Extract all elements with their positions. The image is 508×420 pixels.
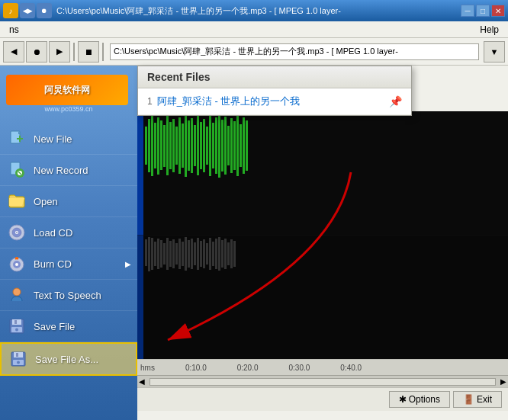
svg-rect-59 <box>233 121 236 170</box>
svg-rect-79 <box>185 237 187 271</box>
svg-rect-37 <box>166 116 169 175</box>
burn-cd-icon <box>6 253 27 274</box>
timeline-mark-2: 0:20.0 <box>237 364 259 372</box>
svg-rect-38 <box>169 122 172 169</box>
scroll-left-arrow[interactable]: ◀ <box>137 377 146 386</box>
toolbar-icon-1: ◀▶ <box>20 3 35 18</box>
recent-file-num: 1 <box>147 96 153 107</box>
left-menu: www.pc0359.cn New File <box>0 66 137 420</box>
right-panel: Trim End Fade Out Tr Trim Start Extend <box>137 66 508 420</box>
svg-rect-92 <box>224 239 227 269</box>
menu-load-cd[interactable]: Load CD <box>0 217 137 248</box>
menu-new-file[interactable]: New File <box>0 123 137 155</box>
maximize-button[interactable]: □ <box>476 5 490 17</box>
svg-rect-50 <box>206 127 208 165</box>
svg-rect-52 <box>212 123 214 168</box>
toolbar-btn-4[interactable]: ⏹ <box>78 41 99 63</box>
svg-rect-82 <box>194 242 196 265</box>
svg-rect-45 <box>191 118 193 173</box>
svg-rect-66 <box>145 239 147 266</box>
svg-point-14 <box>13 288 21 296</box>
menu-save-file[interactable]: Save File <box>0 311 137 342</box>
exit-button[interactable]: 🚪 Exit <box>453 391 502 408</box>
svg-rect-75 <box>172 239 175 268</box>
minimize-button[interactable]: ─ <box>461 5 474 17</box>
svg-rect-85 <box>203 239 205 268</box>
svg-rect-68 <box>151 238 153 270</box>
svg-rect-56 <box>224 117 227 175</box>
options-button[interactable]: ✱ Options <box>389 391 450 408</box>
timeline-hms: hms <box>140 364 155 372</box>
svg-rect-35 <box>160 120 162 170</box>
menu-bar: ns Help <box>0 21 508 38</box>
timeline-mark-3: 0:30.0 <box>289 364 310 372</box>
logo-area: www.pc0359.cn <box>0 72 137 119</box>
options-icon: ✱ <box>399 394 407 405</box>
menu-open[interactable]: Open <box>0 186 137 217</box>
save-file-as-label: Save File As... <box>35 354 98 365</box>
timeline-mark-1: 0:10.0 <box>185 364 207 372</box>
toolbar-btn-3[interactable]: ▶ <box>49 41 70 63</box>
scroll-right-arrow[interactable]: ▶ <box>499 377 508 386</box>
scroll-area[interactable]: ◀ ▶ <box>137 375 508 387</box>
svg-rect-33 <box>154 123 156 168</box>
menu-text-to-speech[interactable]: Text To Speech <box>0 280 137 311</box>
menu-new-record[interactable]: New Record <box>0 155 137 186</box>
svg-rect-70 <box>157 239 159 269</box>
title-path: C:\Users\pc\Music\阿肆_郭采洁 - 世界上的另一个我.mp3 … <box>56 5 461 17</box>
svg-rect-54 <box>218 114 220 178</box>
svg-rect-88 <box>212 242 214 266</box>
menu-burn-cd[interactable]: Burn CD ▶ <box>0 248 137 280</box>
toolbar-btn-2[interactable]: ⏺ <box>26 41 47 63</box>
svg-point-13 <box>15 263 18 266</box>
svg-rect-41 <box>178 117 181 174</box>
svg-rect-53 <box>215 117 217 174</box>
title-bar-icons: ♪ ◀▶ ⏺ <box>3 3 52 18</box>
logo-image <box>6 75 128 105</box>
svg-rect-83 <box>197 238 199 270</box>
svg-rect-95 <box>233 241 236 267</box>
svg-rect-55 <box>221 120 223 172</box>
exit-label: Exit <box>477 394 492 405</box>
svg-rect-69 <box>154 242 156 266</box>
svg-rect-63 <box>246 120 248 171</box>
open-icon <box>6 191 27 212</box>
toolbar-btn-1[interactable]: ◀ <box>3 41 24 63</box>
tts-icon <box>6 284 27 306</box>
timeline: hms 0:10.0 0:20.0 0:30.0 0:40.0 <box>137 360 508 375</box>
svg-rect-30 <box>145 127 147 165</box>
svg-point-24 <box>17 361 20 364</box>
close-button[interactable]: ✕ <box>491 5 505 17</box>
recent-files-panel: Recent Files 1 阿肆_郭采洁 - 世界上的另一个我 📌 <box>137 66 412 116</box>
svg-rect-89 <box>215 239 217 269</box>
svg-rect-77 <box>178 239 181 269</box>
main-layout: www.pc0359.cn New File <box>0 66 508 420</box>
toolbar-path: C:\Users\pc\Music\阿肆_郭采洁 - 世界上的另一个我.mp3 … <box>110 43 479 60</box>
svg-rect-78 <box>182 242 184 266</box>
bottom-bar: hms 0:10.0 0:20.0 0:30.0 0:40.0 ◀ ▶ ✱ Op… <box>137 359 508 420</box>
svg-rect-87 <box>209 238 211 270</box>
exit-icon: 🚪 <box>463 394 474 405</box>
toolbar-dropdown[interactable]: ▼ <box>484 41 505 63</box>
menu-save-file-as[interactable]: Save File As... <box>0 342 137 376</box>
svg-point-10 <box>16 232 18 233</box>
svg-rect-65 <box>137 236 143 360</box>
title-bar: ♪ ◀▶ ⏺ C:\Users\pc\Music\阿肆_郭采洁 - 世界上的另一… <box>0 0 508 21</box>
toolbar-sep-1 <box>73 43 75 61</box>
menu-help[interactable]: Help <box>474 23 505 37</box>
svg-rect-90 <box>218 237 220 271</box>
recent-file-1[interactable]: 1 阿肆_郭采洁 - 世界上的另一个我 📌 <box>138 88 411 115</box>
svg-rect-42 <box>182 123 184 168</box>
scroll-track[interactable] <box>150 378 496 386</box>
svg-rect-51 <box>209 115 211 176</box>
svg-rect-57 <box>227 126 230 165</box>
svg-rect-61 <box>240 124 242 167</box>
tts-label: Text To Speech <box>34 290 101 301</box>
title-controls[interactable]: ─ □ ✕ <box>461 5 505 17</box>
toolbar-sep-2 <box>102 43 104 61</box>
toolbar: ◀ ⏺ ▶ ⏹ C:\Users\pc\Music\阿肆_郭采洁 - 世界上的另… <box>0 38 508 66</box>
menu-ns[interactable]: ns <box>3 23 25 37</box>
new-record-label: New Record <box>34 165 88 176</box>
toolbar-icon-2: ⏺ <box>37 3 52 18</box>
waveform-green-svg <box>137 111 508 236</box>
